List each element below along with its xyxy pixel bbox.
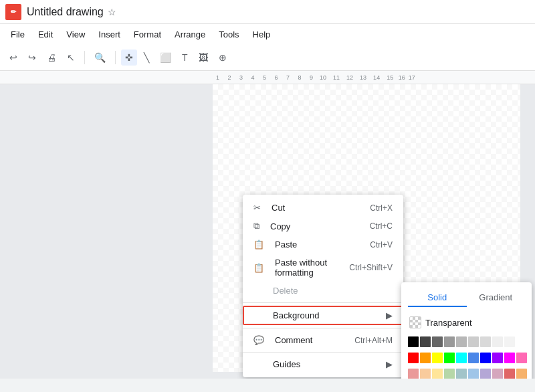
paste-icon: 📋 — [253, 239, 264, 250]
menu-arrange[interactable]: Arrange — [169, 27, 211, 41]
redo-button[interactable]: ↪ — [24, 50, 40, 66]
cut-icon: ✂ — [253, 203, 261, 213]
zoom-button[interactable]: 🔍 — [90, 50, 110, 66]
color-swatch[interactable] — [420, 369, 431, 379]
app-title[interactable]: Untitled drawing — [27, 6, 104, 18]
separator2 — [115, 51, 116, 64]
menu-help[interactable]: Help — [247, 27, 276, 41]
color-swatch[interactable] — [480, 369, 491, 379]
color-swatch[interactable] — [504, 353, 515, 363]
star-icon[interactable]: ☆ — [108, 7, 116, 17]
tab-solid[interactable]: Solid — [408, 289, 467, 307]
paste-shortcut: Ctrl+V — [370, 240, 393, 250]
image-tool[interactable]: 🖼 — [195, 50, 212, 66]
cursor-button[interactable]: ↖ — [63, 50, 79, 66]
context-menu: ✂ Cut Ctrl+X ⧉ Copy Ctrl+C 📋 Paste Ctrl+… — [243, 195, 403, 377]
more-tool[interactable]: ⊕ — [215, 50, 231, 66]
color-swatch[interactable] — [480, 336, 491, 347]
color-swatch[interactable] — [408, 369, 419, 379]
text-tool[interactable]: T — [178, 50, 192, 66]
color-tabs: Solid Gradient — [408, 289, 525, 307]
ctx-copy[interactable]: ⧉ Copy Ctrl+C — [243, 217, 403, 235]
transparent-icon — [409, 316, 421, 328]
comment-shortcut: Ctrl+Alt+M — [354, 336, 393, 345]
color-swatch[interactable] — [468, 369, 479, 379]
color-swatch[interactable] — [456, 369, 467, 379]
comment-icon: 💬 — [253, 335, 264, 345]
menu-format[interactable]: Format — [128, 27, 167, 41]
ctx-paste[interactable]: 📋 Paste Ctrl+V — [243, 235, 403, 254]
color-swatch[interactable] — [480, 353, 491, 363]
ctx-delete: Delete — [243, 282, 403, 300]
ctx-divider1 — [243, 302, 403, 303]
color-swatch[interactable] — [468, 353, 479, 363]
title-bar: Untitled drawing ☆ — [0, 0, 535, 24]
color-swatch[interactable] — [420, 336, 431, 347]
cut-shortcut: Ctrl+X — [370, 203, 393, 213]
ctx-background[interactable]: Background ▶ — [243, 306, 403, 325]
color-swatch[interactable] — [444, 369, 455, 379]
transparent-option[interactable]: Transparent — [408, 314, 525, 331]
ctx-divider2 — [243, 328, 403, 328]
color-swatch[interactable] — [468, 336, 479, 347]
color-swatch[interactable] — [456, 336, 467, 347]
app-icon — [5, 4, 21, 20]
color-swatch[interactable] — [408, 353, 419, 363]
color-swatch[interactable] — [504, 336, 515, 347]
copy-shortcut: Ctrl+C — [370, 221, 393, 231]
color-swatch[interactable] — [492, 369, 503, 379]
color-swatch[interactable] — [492, 336, 503, 347]
color-panel: Solid Gradient Transparent CUSTOM + — [401, 282, 532, 379]
color-swatch[interactable] — [432, 336, 443, 347]
toolbar: ↩ ↪ 🖨 ↖ 🔍 ✜ ╲ ⬜ T 🖼 ⊕ — [0, 44, 535, 71]
background-arrow: ▶ — [386, 310, 393, 320]
menu-tools[interactable]: Tools — [213, 27, 244, 41]
paste-no-format-shortcut: Ctrl+Shift+V — [349, 263, 393, 272]
menu-bar: File Edit View Insert Format Arrange Too… — [0, 24, 535, 44]
undo-button[interactable]: ↩ — [5, 50, 21, 66]
color-swatch[interactable] — [456, 353, 467, 363]
color-swatch[interactable] — [516, 353, 527, 363]
canvas-area: 1 2 3 4 5 6 7 8 9 10 11 12 13 14 15 16 1… — [0, 71, 535, 379]
color-grid-row2 — [408, 353, 525, 363]
color-swatch[interactable] — [444, 336, 455, 347]
color-swatch[interactable] — [408, 336, 419, 347]
copy-icon: ⧉ — [253, 221, 259, 231]
ctx-comment[interactable]: 💬 Comment Ctrl+Alt+M — [243, 331, 403, 349]
color-swatch[interactable] — [516, 336, 527, 347]
color-grid-row1 — [408, 336, 525, 347]
menu-file[interactable]: File — [5, 27, 30, 41]
tab-gradient[interactable]: Gradient — [467, 289, 526, 307]
menu-edit[interactable]: Edit — [33, 27, 58, 41]
shape-tool[interactable]: ⬜ — [156, 50, 175, 66]
color-swatch[interactable] — [504, 369, 515, 379]
guides-arrow: ▶ — [386, 359, 393, 369]
select-tool[interactable]: ✜ — [121, 50, 137, 66]
menu-view[interactable]: View — [61, 27, 90, 41]
ctx-guides[interactable]: Guides ▶ — [243, 355, 403, 373]
transparent-label: Transparent — [425, 318, 472, 328]
menu-insert[interactable]: Insert — [93, 27, 126, 41]
color-swatch[interactable] — [432, 353, 443, 363]
color-swatch[interactable] — [420, 353, 431, 363]
ctx-divider3 — [243, 352, 403, 353]
separator1 — [84, 51, 85, 64]
print-button[interactable]: 🖨 — [43, 50, 60, 66]
color-swatch[interactable] — [444, 353, 455, 363]
paste-no-format-icon: 📋 — [253, 263, 264, 273]
color-swatch[interactable] — [516, 369, 527, 379]
ruler: 1 2 3 4 5 6 7 8 9 10 11 12 13 14 15 16 1… — [0, 71, 535, 84]
ctx-paste-no-format[interactable]: 📋 Paste without formatting Ctrl+Shift+V — [243, 254, 403, 282]
color-swatch[interactable] — [432, 369, 443, 379]
color-swatch[interactable] — [492, 353, 503, 363]
color-grid-row3 — [408, 369, 525, 379]
line-tool[interactable]: ╲ — [140, 50, 153, 66]
ctx-cut[interactable]: ✂ Cut Ctrl+X — [243, 199, 403, 217]
